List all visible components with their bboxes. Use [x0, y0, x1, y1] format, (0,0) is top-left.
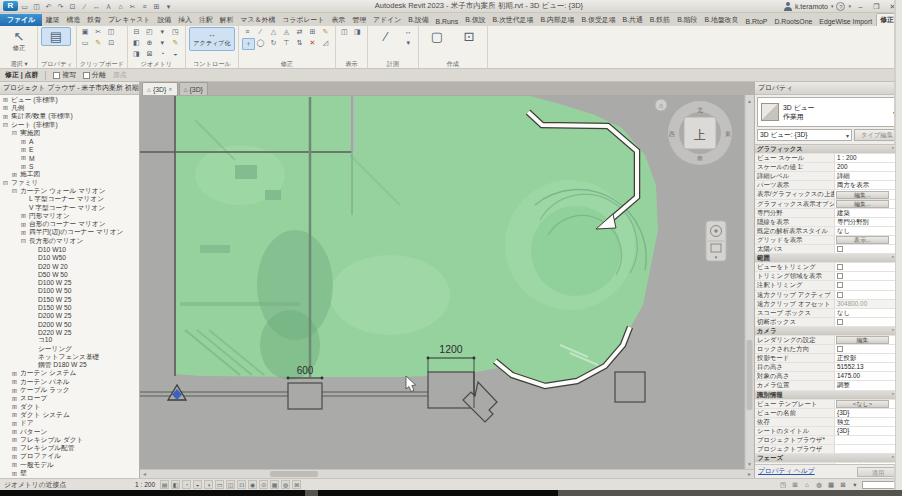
status-icon[interactable]: ▦: [826, 480, 836, 489]
copy-icon[interactable]: [106, 27, 117, 37]
ribbon-tab[interactable]: B.仮受足場: [578, 14, 619, 26]
status-icon[interactable]: ⊞: [790, 480, 800, 489]
property-checkbox[interactable]: [837, 246, 843, 252]
align-icon[interactable]: [242, 27, 253, 37]
tree-item[interactable]: ⊞ A: [0, 137, 139, 145]
demolish-icon[interactable]: [170, 27, 181, 37]
svg-text:東[interactable]: 東: [725, 131, 731, 137]
properties-toggle-button[interactable]: ▤: [41, 27, 71, 46]
property-value[interactable]: 調整: [835, 381, 895, 389]
qat-icon[interactable]: ✂: [127, 1, 138, 12]
ribbon-tab[interactable]: 管理: [349, 14, 370, 26]
view-control-icon[interactable]: ◧: [171, 480, 180, 489]
property-row[interactable]: 依存 独立 独立: [755, 418, 902, 427]
qat-icon[interactable]: ▾: [163, 1, 174, 12]
ribbon-tab[interactable]: 解析: [216, 14, 237, 26]
model-viewport[interactable]: 600 1200: [140, 95, 754, 469]
tree-expander-icon[interactable]: ⊞: [11, 171, 18, 179]
property-row[interactable]: 隠線を表示 専門分野別 専門分野別: [755, 218, 902, 227]
property-value[interactable]: 建築: [835, 209, 895, 217]
tree-expander-icon[interactable]: ⊞: [11, 470, 18, 478]
property-row[interactable]: 範囲: [755, 254, 902, 263]
tree-expander-icon[interactable]: ⊞: [11, 395, 18, 403]
view-control-icon[interactable]: ◔: [182, 480, 191, 489]
tree-item[interactable]: ⊞ パターン: [0, 428, 139, 436]
pin-icon[interactable]: [281, 38, 292, 48]
view-control-icon[interactable]: ◫: [226, 480, 235, 489]
tree-item[interactable]: D100 W 25: [0, 279, 139, 287]
tree-expander-icon[interactable]: ⊟: [11, 129, 18, 137]
view-control-icon[interactable]: ▦: [270, 480, 279, 489]
ribbon-tab[interactable]: EdgeWise Import: [816, 17, 876, 26]
paste-icon[interactable]: [80, 27, 91, 37]
dropdown-icon[interactable]: [403, 38, 414, 48]
tree-item[interactable]: D50 W 50: [0, 270, 139, 278]
beam-icon[interactable]: [144, 49, 155, 59]
tree-item[interactable]: ⊞ E: [0, 146, 139, 154]
tree-item[interactable]: D200 W 25: [0, 312, 139, 320]
tree-item[interactable]: ⊟ ファミリ: [0, 179, 139, 187]
view-control-icon[interactable]: ⊡: [237, 480, 246, 489]
scrollbar-thumb[interactable]: [270, 471, 318, 477]
property-row[interactable]: 識別情報: [755, 391, 902, 400]
navigation-bar[interactable]: ▾: [706, 221, 726, 261]
property-row[interactable]: 目の高さ 51552.13 51552.13: [755, 363, 902, 372]
tree-item[interactable]: ⊞ M: [0, 154, 139, 162]
tree-item[interactable]: ⊞ フレキシブル配管: [0, 444, 139, 452]
ribbon-tab[interactable]: B.鉄筋: [646, 14, 673, 26]
property-row[interactable]: トリミング領域を表示: [755, 272, 902, 281]
property-row[interactable]: レンダリングの設定 編集 編集: [755, 336, 902, 345]
view-control-icon[interactable]: ◑: [204, 480, 213, 489]
project-browser-header[interactable]: プロジェクト ブラウザ - 米子市内案所 初期.rvt: [0, 82, 139, 95]
tree-expander-icon[interactable]: ⊞: [20, 212, 27, 220]
ribbon-tab[interactable]: プレキャスト: [105, 14, 154, 26]
ribbon-tab[interactable]: 鉄骨: [84, 14, 105, 26]
property-checkbox[interactable]: [837, 264, 843, 270]
mirror-axis-icon[interactable]: [268, 27, 279, 37]
slab-icon[interactable]: [170, 49, 181, 59]
ribbon-tab[interactable]: アドイン: [370, 14, 405, 26]
ribbon-tab[interactable]: 表示: [328, 14, 349, 26]
tree-item[interactable]: ⊞ 壁: [0, 469, 139, 477]
apply-button[interactable]: 適用: [857, 467, 899, 477]
edit-icon[interactable]: [93, 38, 104, 48]
property-edit-button[interactable]: 編集...: [836, 191, 889, 199]
measure-button[interactable]: ∕: [371, 27, 401, 46]
tree-item[interactable]: ⊞ ケーブル ラック: [0, 386, 139, 394]
status-filter-box[interactable]: [862, 481, 898, 489]
property-checkbox[interactable]: [837, 273, 843, 279]
dropdown-icon[interactable]: [157, 27, 168, 37]
qat-icon[interactable]: ↔: [91, 1, 102, 12]
tree-expander-icon[interactable]: ⊞: [11, 420, 18, 428]
property-checkbox[interactable]: [837, 292, 843, 298]
property-checkbox[interactable]: [837, 282, 843, 288]
tree-expander-icon[interactable]: ⊞: [20, 229, 27, 237]
cut-icon[interactable]: [93, 27, 104, 37]
option-checkbox-copy[interactable]: 複写: [53, 70, 76, 80]
property-value[interactable]: {3D}: [835, 409, 895, 417]
property-row[interactable]: グラフィックス: [755, 145, 902, 154]
tree-expander-icon[interactable]: ⊞: [11, 436, 18, 444]
tree-item[interactable]: ⊟ シート (非標準): [0, 121, 139, 129]
qat-icon[interactable]: ∕: [79, 1, 90, 12]
trim-icon[interactable]: [320, 38, 331, 48]
property-row[interactable]: 対象の高さ 1475.00 1475.00: [755, 372, 902, 381]
account-name[interactable]: k.teramoto: [795, 3, 828, 10]
checkbox-icon[interactable]: [53, 72, 60, 79]
property-row[interactable]: プロジェクトブラウザ*: [755, 436, 902, 445]
ribbon-tab[interactable]: B.設備: [405, 14, 432, 26]
cope-icon[interactable]: [131, 27, 142, 37]
checkbox-icon[interactable]: [83, 72, 90, 79]
tree-item[interactable]: ⊞ ダクト: [0, 403, 139, 411]
property-row[interactable]: 詳細レベル 詳細 詳細: [755, 172, 902, 181]
help-caret-icon[interactable]: ▾: [848, 3, 851, 9]
property-checkbox[interactable]: [837, 319, 843, 325]
tree-expander-icon[interactable]: ⊞: [11, 411, 18, 419]
tree-item[interactable]: ⊞ 集計表/数量 (非標準): [0, 113, 139, 121]
ribbon-tab[interactable]: B.地盤改良: [701, 14, 742, 26]
override-icon[interactable]: [352, 27, 363, 37]
view-control-icon[interactable]: ▤: [160, 480, 169, 489]
tree-expander-icon[interactable]: ⊞: [20, 163, 27, 171]
chevron-down-icon[interactable]: ▾: [846, 132, 849, 139]
qat-icon[interactable]: ▭: [19, 1, 30, 12]
